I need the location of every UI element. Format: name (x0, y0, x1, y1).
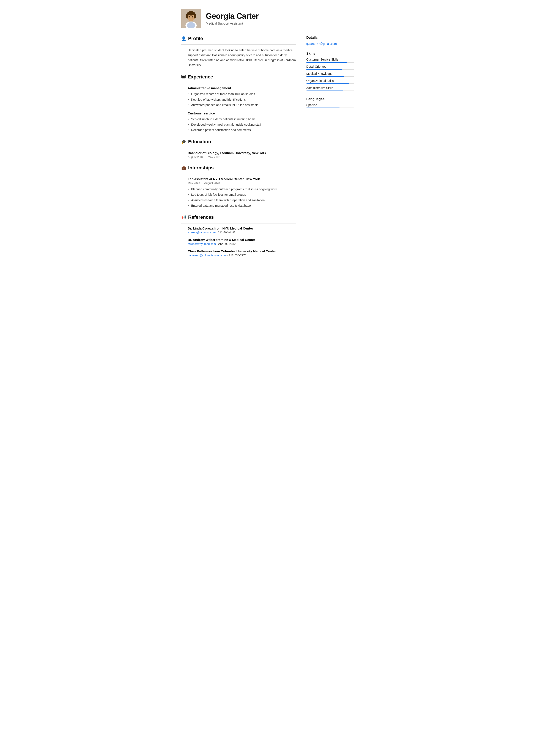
reference-item-2: Dr. Andrew Weber from NYU Medical Center… (181, 238, 296, 245)
avatar (181, 9, 201, 28)
internships-header: 💼 Internships (181, 165, 296, 171)
svg-point-6 (194, 14, 196, 18)
skill-bar-container-3 (306, 76, 354, 77)
education-item: Bachelor of Biology, Fordham University,… (181, 151, 296, 159)
skill-bar-1 (306, 62, 347, 63)
skill-bar-5 (306, 91, 344, 91)
reference-3-phone: 212-638-2273 (229, 254, 246, 257)
resume-header: Georgia Carter Medical Support Assistant (181, 9, 354, 28)
internships-divider (181, 174, 296, 174)
reference-3-email[interactable]: patterson@columbiaumed.com (188, 254, 227, 257)
experience-title: Experience (188, 74, 213, 80)
profile-section: 👤 Profile Dedicated pre-med student look… (181, 36, 296, 68)
experience-header: Experience (181, 74, 296, 80)
reference-1-email[interactable]: lcoroza@nyumed.com (188, 231, 216, 234)
experience-item-customer: Customer service Served lunch to elderly… (181, 111, 296, 133)
languages-title: Languages (306, 97, 354, 101)
experience-customer-list: Served lunch to elderly patients in nurs… (188, 117, 296, 133)
experience-icon (181, 74, 186, 80)
svg-point-5 (186, 14, 188, 18)
education-header: 🎓 Education (181, 139, 296, 145)
internships-icon: 💼 (181, 166, 186, 170)
profile-icon: 👤 (181, 36, 186, 41)
skill-item-4: Organizational Skills (306, 79, 354, 84)
languages-section: Languages Spanish (306, 97, 354, 108)
language-item-1: Spanish (306, 103, 354, 108)
reference-1-name: Dr. Linda Coroza from NYU Medical Center (188, 227, 296, 230)
details-section: Details g.carter87@gmail.com (306, 36, 354, 46)
exp-admin-bullet-3: Answered phones and emails for 15 lab as… (188, 103, 296, 107)
skill-bar-2 (306, 69, 342, 70)
experience-admin-list: Organized records of more than 100 lab s… (188, 92, 296, 107)
header-info: Georgia Carter Medical Support Assistant (206, 12, 259, 25)
svg-rect-10 (182, 76, 183, 78)
exp-admin-bullet-2: Kept log of lab visitors and identificat… (188, 97, 296, 102)
experience-divider (181, 83, 296, 83)
education-title: Education (188, 139, 211, 145)
language-bar-1 (306, 108, 340, 108)
experience-admin-title: Administrative management (188, 86, 296, 90)
reference-2-contact: aweber@nyumed.com · 212-293-2832 (188, 242, 296, 245)
language-name-1: Spanish (306, 103, 354, 107)
svg-rect-11 (183, 76, 184, 78)
skill-name-4: Organizational Skills (306, 79, 354, 83)
right-column: Details g.carter87@gmail.com Skills Cust… (306, 36, 354, 263)
education-degree: Bachelor of Biology, Fordham University,… (188, 151, 296, 155)
skill-name-2: Detail Oriented (306, 65, 354, 68)
reference-1-phone: 212-994-4482 (218, 231, 236, 234)
skill-bar-4 (306, 83, 349, 84)
details-email[interactable]: g.carter87@gmail.com (306, 42, 337, 45)
reference-item-3: Chris Patterson from Columbia University… (181, 249, 296, 257)
skill-item-2: Detail Oriented (306, 65, 354, 70)
exp-customer-bullet-3: Recorded patient satisfaction and commen… (188, 127, 296, 132)
svg-rect-12 (184, 76, 185, 78)
skill-bar-3 (306, 76, 344, 77)
education-icon: 🎓 (181, 139, 186, 144)
skill-name-1: Customer Service Skills (306, 58, 354, 61)
reference-3-contact: patterson@columbiaumed.com · 212-638-227… (188, 254, 296, 257)
skill-item-1: Customer Service Skills (306, 58, 354, 63)
svg-point-8 (192, 16, 193, 17)
references-header: 📢 References (181, 214, 296, 220)
experience-section: Experience Administrative management Org… (181, 74, 296, 132)
education-section: 🎓 Education Bachelor of Biology, Fordham… (181, 139, 296, 159)
internships-title: Internships (188, 165, 214, 171)
internship-dates: May 2020 — August 2020 (188, 181, 296, 185)
details-title: Details (306, 36, 354, 40)
skills-section: Skills Customer Service Skills Detail Or… (306, 52, 354, 91)
experience-customer-title: Customer service (188, 111, 296, 115)
candidate-title: Medical Support Assistant (206, 21, 259, 25)
skill-name-5: Administrative Skills (306, 86, 354, 90)
references-title: References (188, 214, 214, 220)
internship-bullet-1: Planned community outreach programs to d… (188, 187, 296, 192)
education-dates: August 2004 — May 2008 (188, 155, 296, 159)
references-section: 📢 References Dr. Linda Coroza from NYU M… (181, 214, 296, 257)
svg-point-7 (189, 16, 190, 17)
internship-bullet-3: Assisted research team with preparation … (188, 198, 296, 202)
internships-section: 💼 Internships Lab assistant at NYU Medic… (181, 165, 296, 208)
skill-bar-container-4 (306, 83, 354, 84)
reference-2-name: Dr. Andrew Weber from NYU Medical Center (188, 238, 296, 242)
exp-customer-bullet-2: Developed weekly meal plan alongside coo… (188, 122, 296, 127)
references-divider (181, 223, 296, 224)
internship-bullet-2: Led tours of lab facilities for small gr… (188, 192, 296, 197)
profile-header: 👤 Profile (181, 36, 296, 41)
reference-3-name: Chris Patterson from Columbia University… (188, 249, 296, 253)
left-column: 👤 Profile Dedicated pre-med student look… (181, 36, 296, 263)
reference-1-contact: lcoroza@nyumed.com · 212-994-4482 (188, 231, 296, 234)
education-divider (181, 148, 296, 148)
internship-role: Lab assistant at NYU Medical Center, New… (188, 177, 296, 181)
reference-item-1: Dr. Linda Coroza from NYU Medical Center… (181, 227, 296, 234)
skill-item-5: Administrative Skills (306, 86, 354, 91)
skill-bar-container-2 (306, 69, 354, 70)
skill-bar-container-5 (306, 91, 354, 91)
reference-2-separator: · (216, 242, 218, 245)
profile-divider (181, 44, 296, 45)
profile-text: Dedicated pre-med student looking to ent… (181, 48, 296, 68)
skill-name-3: Medical Knowledge (306, 72, 354, 75)
main-layout: 👤 Profile Dedicated pre-med student look… (181, 36, 354, 263)
reference-2-email[interactable]: aweber@nyumed.com (188, 242, 216, 245)
language-bar-container-1 (306, 108, 354, 108)
profile-title: Profile (188, 36, 203, 41)
skill-bar-container-1 (306, 62, 354, 63)
